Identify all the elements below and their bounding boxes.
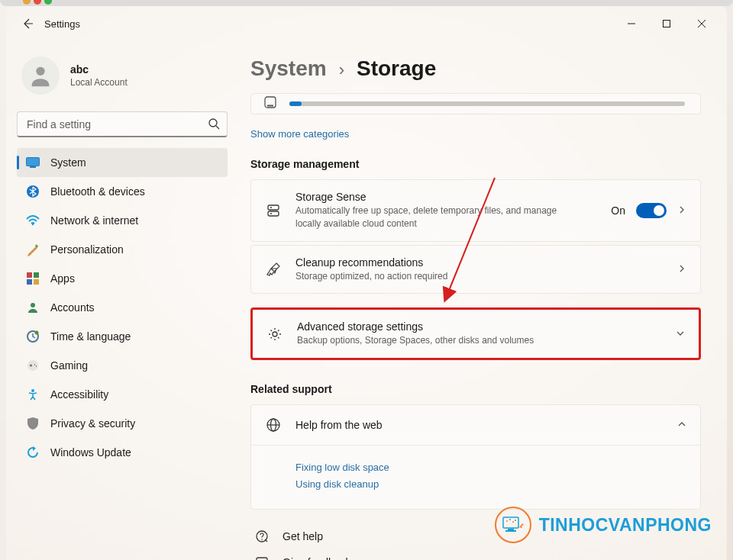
chevron-right-icon xyxy=(677,204,686,217)
sidebar-item-network[interactable]: Network & internet xyxy=(17,206,228,235)
user-name: abc xyxy=(70,63,128,76)
sidebar-item-personalization[interactable]: Personalization xyxy=(17,235,228,264)
row-desc: Automatically free up space, delete temp… xyxy=(295,204,570,230)
help-title: Help from the web xyxy=(295,419,664,431)
sidebar-item-accounts[interactable]: Accounts xyxy=(17,293,228,322)
help-header[interactable]: Help from the web xyxy=(251,405,700,445)
feedback-label: Give feedback xyxy=(283,556,351,560)
back-button[interactable] xyxy=(14,10,41,37)
svg-rect-8 xyxy=(30,166,36,168)
sidebar-item-bluetooth[interactable]: Bluetooth & devices xyxy=(17,177,228,206)
gear-icon xyxy=(266,327,283,342)
clock-icon xyxy=(26,330,40,343)
svg-rect-37 xyxy=(503,517,518,528)
titlebar: Settings xyxy=(6,6,727,41)
row-desc: Backup options, Storage Spaces, other di… xyxy=(297,334,572,347)
shield-icon xyxy=(26,417,40,430)
watermark: TINHOCVANPHONG xyxy=(495,507,712,543)
svg-point-19 xyxy=(27,360,38,371)
sidebar-item-accessibility[interactable]: Accessibility xyxy=(17,380,228,409)
update-icon xyxy=(26,446,40,459)
svg-point-43 xyxy=(515,520,516,521)
sidebar-item-apps[interactable]: Apps xyxy=(17,264,228,293)
accessibility-icon xyxy=(26,388,40,401)
row-title: Storage Sense xyxy=(295,191,597,203)
watermark-logo xyxy=(495,507,531,543)
row-title: Advanced storage settings xyxy=(297,320,662,333)
chevron-right-icon: › xyxy=(339,60,344,80)
storage-bar xyxy=(289,101,685,106)
sidebar-item-label: Privacy & security xyxy=(50,417,135,430)
svg-rect-39 xyxy=(505,530,516,532)
minimize-button[interactable] xyxy=(614,11,649,36)
svg-rect-23 xyxy=(268,205,279,210)
user-type: Local Account xyxy=(70,77,128,88)
accounts-icon xyxy=(26,301,40,314)
svg-point-32 xyxy=(261,539,263,540)
nav-list: System Bluetooth & devices Network & int… xyxy=(17,148,228,467)
svg-point-25 xyxy=(270,207,272,208)
row-desc: Storage optimized, no action required xyxy=(295,270,570,283)
breadcrumb: System › Storage xyxy=(250,56,701,81)
sidebar-item-system[interactable]: System xyxy=(17,148,228,177)
help-link-low-disk[interactable]: Fixing low disk space xyxy=(295,462,686,473)
wifi-icon xyxy=(26,214,40,227)
account-block[interactable]: abc Local Account xyxy=(21,56,228,95)
sidebar: abc Local Account System Bluetooth & dev… xyxy=(6,41,235,560)
search-input[interactable] xyxy=(17,111,228,137)
sidebar-item-label: Personalization xyxy=(50,243,124,256)
svg-point-20 xyxy=(31,389,34,392)
help-card: Help from the web Fixing low disk space … xyxy=(250,404,701,510)
feedback-link[interactable]: Give feedback xyxy=(250,549,701,560)
sidebar-item-privacy[interactable]: Privacy & security xyxy=(17,409,228,438)
svg-point-10 xyxy=(32,224,34,226)
apps-icon xyxy=(26,272,40,285)
storage-usage-card[interactable] xyxy=(250,93,701,114)
svg-point-42 xyxy=(512,521,514,523)
storage-sense-toggle[interactable] xyxy=(636,203,667,218)
svg-point-16 xyxy=(31,303,35,307)
section-storage-management: Storage management xyxy=(250,158,701,170)
main-content: System › Storage Show more categories St… xyxy=(235,41,727,560)
svg-point-27 xyxy=(273,332,277,336)
watermark-text: TINHOCVANPHONG xyxy=(539,515,712,536)
show-more-link[interactable]: Show more categories xyxy=(250,128,349,140)
paint-icon xyxy=(26,243,40,256)
drive-icon xyxy=(263,95,277,112)
maximize-button[interactable] xyxy=(649,11,684,36)
sidebar-item-time[interactable]: Time & language xyxy=(17,322,228,351)
storage-sense-icon xyxy=(265,203,282,218)
section-related-support: Related support xyxy=(250,383,701,395)
advanced-storage-row[interactable]: Advanced storage settings Backup options… xyxy=(250,307,701,360)
svg-rect-24 xyxy=(268,211,279,216)
sidebar-item-label: Network & internet xyxy=(50,214,138,227)
svg-point-4 xyxy=(36,67,44,76)
close-button[interactable] xyxy=(684,11,719,36)
sidebar-item-label: Bluetooth & devices xyxy=(50,185,145,198)
chevron-up-icon xyxy=(677,418,686,432)
svg-rect-14 xyxy=(27,279,32,285)
breadcrumb-parent[interactable]: System xyxy=(250,56,327,81)
sidebar-item-label: Windows Update xyxy=(50,446,131,459)
avatar xyxy=(21,56,60,95)
breadcrumb-current: Storage xyxy=(357,56,436,81)
svg-line-6 xyxy=(216,126,219,129)
bluetooth-icon xyxy=(26,185,40,198)
sidebar-item-label: Apps xyxy=(50,272,75,285)
help-link-disk-cleanup[interactable]: Using disk cleanup xyxy=(295,478,686,490)
svg-point-26 xyxy=(270,213,272,214)
sidebar-item-gaming[interactable]: Gaming xyxy=(17,351,228,380)
toggle-label: On xyxy=(611,204,625,217)
sidebar-item-label: Time & language xyxy=(50,330,131,343)
svg-rect-12 xyxy=(27,272,32,278)
svg-rect-7 xyxy=(27,158,40,166)
sidebar-item-label: System xyxy=(50,156,86,169)
globe-icon xyxy=(265,417,282,433)
app-title: Settings xyxy=(44,18,80,30)
cleanup-row[interactable]: Cleanup recommendations Storage optimize… xyxy=(250,245,701,294)
help-icon xyxy=(253,529,270,543)
storage-sense-row[interactable]: Storage Sense Automatically free up spac… xyxy=(250,179,701,242)
sidebar-item-update[interactable]: Windows Update xyxy=(17,438,228,467)
svg-point-5 xyxy=(209,119,217,127)
svg-rect-38 xyxy=(508,529,514,530)
